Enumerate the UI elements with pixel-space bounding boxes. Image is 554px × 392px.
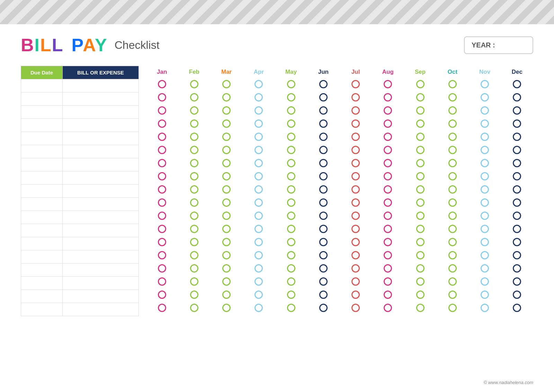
- circle-aug[interactable]: [384, 251, 392, 259]
- circle-dec[interactable]: [513, 172, 521, 180]
- circle-jan[interactable]: [158, 291, 166, 299]
- bill-expense-cell[interactable]: [63, 211, 139, 224]
- month-cell-jul[interactable]: [340, 289, 372, 302]
- month-cell-feb[interactable]: [178, 118, 210, 131]
- circle-oct[interactable]: [448, 238, 457, 246]
- month-cell-oct[interactable]: [436, 210, 468, 223]
- circle-feb[interactable]: [190, 304, 198, 312]
- month-cell-feb[interactable]: [178, 131, 210, 144]
- circle-mar[interactable]: [222, 185, 231, 194]
- circle-oct[interactable]: [448, 277, 457, 286]
- circle-may[interactable]: [287, 238, 295, 246]
- circle-apr[interactable]: [254, 119, 263, 128]
- circle-apr[interactable]: [254, 198, 263, 207]
- circle-jan[interactable]: [158, 133, 166, 141]
- month-cell-jul[interactable]: [340, 91, 372, 105]
- circle-dec[interactable]: [513, 146, 521, 154]
- month-cell-may[interactable]: [275, 78, 307, 91]
- month-cell-nov[interactable]: [469, 118, 501, 131]
- month-cell-jun[interactable]: [307, 210, 339, 223]
- circle-jun[interactable]: [319, 212, 328, 220]
- circle-feb[interactable]: [190, 198, 198, 207]
- circle-feb[interactable]: [190, 185, 198, 194]
- circle-oct[interactable]: [448, 185, 457, 194]
- circle-aug[interactable]: [384, 264, 392, 273]
- circle-aug[interactable]: [384, 119, 392, 128]
- circle-jan[interactable]: [158, 277, 166, 286]
- month-cell-jul[interactable]: [340, 170, 372, 184]
- month-cell-oct[interactable]: [436, 249, 468, 262]
- circle-oct[interactable]: [448, 172, 457, 180]
- circle-oct[interactable]: [448, 106, 457, 115]
- month-cell-may[interactable]: [275, 262, 307, 276]
- due-date-cell[interactable]: [21, 92, 63, 106]
- month-cell-apr[interactable]: [243, 276, 275, 289]
- due-date-cell[interactable]: [21, 224, 63, 237]
- month-cell-oct[interactable]: [436, 223, 468, 236]
- circle-sep[interactable]: [416, 264, 425, 273]
- month-cell-sep[interactable]: [404, 78, 436, 91]
- circle-nov[interactable]: [481, 264, 489, 273]
- bill-expense-cell[interactable]: [63, 250, 139, 264]
- circle-dec[interactable]: [513, 159, 521, 167]
- circle-jan[interactable]: [158, 212, 166, 220]
- circle-may[interactable]: [287, 185, 295, 194]
- circle-feb[interactable]: [190, 133, 198, 141]
- month-cell-feb[interactable]: [178, 223, 210, 236]
- month-cell-nov[interactable]: [469, 157, 501, 170]
- circle-aug[interactable]: [384, 80, 392, 88]
- circle-mar[interactable]: [222, 277, 231, 286]
- circle-oct[interactable]: [448, 80, 457, 88]
- circle-apr[interactable]: [254, 133, 263, 141]
- circle-nov[interactable]: [481, 198, 489, 207]
- circle-apr[interactable]: [254, 172, 263, 180]
- due-date-cell[interactable]: [21, 145, 63, 158]
- circle-oct[interactable]: [448, 93, 457, 101]
- month-cell-jan[interactable]: [146, 157, 178, 170]
- month-cell-dec[interactable]: [501, 289, 533, 302]
- bill-expense-cell[interactable]: [63, 237, 139, 250]
- month-cell-jul[interactable]: [340, 276, 372, 289]
- due-date-cell[interactable]: [21, 171, 63, 185]
- circle-jan[interactable]: [158, 119, 166, 128]
- circle-jun[interactable]: [319, 159, 328, 167]
- circle-aug[interactable]: [384, 93, 392, 101]
- circle-mar[interactable]: [222, 304, 231, 312]
- circle-sep[interactable]: [416, 251, 425, 259]
- due-date-cell[interactable]: [21, 250, 63, 264]
- month-cell-oct[interactable]: [436, 197, 468, 210]
- circle-mar[interactable]: [222, 159, 231, 167]
- due-date-cell[interactable]: [21, 106, 63, 119]
- month-cell-oct[interactable]: [436, 118, 468, 131]
- circle-sep[interactable]: [416, 212, 425, 220]
- month-cell-dec[interactable]: [501, 184, 533, 197]
- circle-oct[interactable]: [448, 251, 457, 259]
- month-cell-apr[interactable]: [243, 157, 275, 170]
- circle-nov[interactable]: [481, 172, 489, 180]
- month-cell-may[interactable]: [275, 249, 307, 262]
- circle-jul[interactable]: [351, 198, 360, 207]
- circle-jun[interactable]: [319, 119, 328, 128]
- circle-nov[interactable]: [481, 185, 489, 194]
- circle-feb[interactable]: [190, 119, 198, 128]
- month-cell-jul[interactable]: [340, 78, 372, 91]
- circle-sep[interactable]: [416, 133, 425, 141]
- month-cell-jul[interactable]: [340, 197, 372, 210]
- month-cell-jan[interactable]: [146, 105, 178, 118]
- month-cell-sep[interactable]: [404, 197, 436, 210]
- circle-jun[interactable]: [319, 80, 328, 88]
- month-cell-jul[interactable]: [340, 262, 372, 276]
- circle-jun[interactable]: [319, 172, 328, 180]
- month-cell-apr[interactable]: [243, 105, 275, 118]
- month-cell-apr[interactable]: [243, 302, 275, 315]
- circle-jan[interactable]: [158, 172, 166, 180]
- circle-dec[interactable]: [513, 291, 521, 299]
- circle-nov[interactable]: [481, 277, 489, 286]
- circle-jan[interactable]: [158, 225, 166, 233]
- month-cell-mar[interactable]: [211, 118, 243, 131]
- month-cell-sep[interactable]: [404, 91, 436, 105]
- circle-apr[interactable]: [254, 185, 263, 194]
- circle-jul[interactable]: [351, 277, 360, 286]
- circle-jan[interactable]: [158, 264, 166, 273]
- month-cell-mar[interactable]: [211, 105, 243, 118]
